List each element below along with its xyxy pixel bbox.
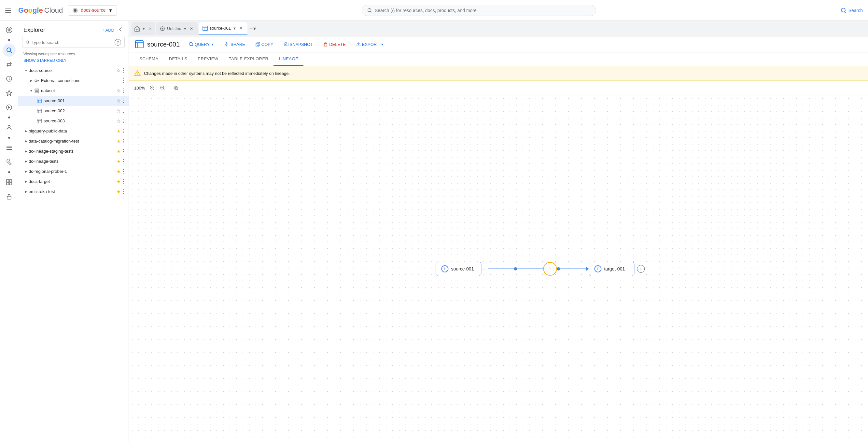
star-bq[interactable]: ★ (117, 129, 121, 134)
node-label-source-001: source-001 (451, 266, 474, 272)
query-button[interactable]: QUERY ▼ (185, 40, 218, 49)
tree-item-regional-prober[interactable]: ▶ dc-regional-prober-1 ★ ⋮ (18, 166, 129, 177)
more-dc[interactable]: ⋮ (121, 138, 126, 144)
more-source-001[interactable]: ⋮ (121, 98, 126, 104)
star-ls[interactable]: ★ (117, 149, 121, 154)
tree-label-docs-source: docs-source (29, 68, 117, 73)
tab-untitled[interactable]: Untitled ▼ ✕ (156, 22, 198, 35)
svg-line-10 (10, 52, 12, 53)
more-ext[interactable]: ⋮ (121, 77, 126, 84)
sidebar-history-icon[interactable] (3, 72, 16, 85)
star-rp[interactable]: ★ (117, 169, 121, 174)
copy-button[interactable]: COPY (252, 40, 277, 49)
more-et[interactable]: ⋮ (121, 188, 126, 195)
global-search-bar[interactable] (362, 5, 596, 16)
tree-item-lineage-staging[interactable]: ▶ dc-lineage-staging-tests ★ ⋮ (18, 146, 129, 156)
sidebar-scheduled-icon[interactable] (3, 101, 16, 114)
explorer-search-input[interactable] (32, 40, 113, 45)
export-button[interactable]: EXPORT ▼ (352, 40, 388, 49)
search-help-icon[interactable]: ? (115, 39, 121, 45)
tree-item-source-001[interactable]: source-001 ☆ ⋮ (18, 96, 129, 106)
more-rp[interactable]: ⋮ (121, 168, 126, 175)
project-selector[interactable]: docs-source ▼ (68, 5, 117, 15)
tree-label-dc: data-catalog-migration-test (29, 139, 117, 144)
lineage-expand-button[interactable]: + (637, 265, 645, 273)
sidebar-transfers-icon[interactable] (3, 58, 16, 71)
more-source-003[interactable]: ⋮ (121, 118, 126, 124)
search-button[interactable]: Search (841, 7, 863, 13)
sidebar-person-icon[interactable] (3, 121, 16, 134)
zoom-out-button[interactable] (158, 83, 167, 92)
snapshot-button[interactable]: SNAPSHOT (280, 40, 317, 49)
share-button[interactable]: SHARE (221, 40, 249, 49)
tree-item-bigquery-public-data[interactable]: ▶ bigquery-public-data ★ ⋮ (18, 126, 129, 136)
lineage-node-source-001[interactable]: i source-001 (436, 262, 481, 276)
google-cloud-logo[interactable]: Google Cloud (18, 6, 63, 14)
tree-item-source-003[interactable]: source-003 ☆ ⋮ (18, 116, 129, 126)
tab-source-001-close[interactable]: ✕ (238, 26, 244, 31)
star-docs-source[interactable]: ☆ (117, 68, 121, 73)
star-et[interactable]: ★ (117, 189, 121, 194)
explorer-search-box[interactable]: ? (22, 37, 125, 48)
delete-button[interactable]: DELETE (319, 40, 350, 49)
sidebar-lock-icon[interactable] (3, 190, 16, 203)
tab-add-button[interactable]: + (249, 25, 253, 32)
more-docs-source[interactable]: ⋮ (121, 67, 126, 73)
star-source-003[interactable]: ☆ (117, 119, 121, 124)
sidebar-list-icon[interactable] (3, 141, 16, 154)
sub-tab-details[interactable]: DETAILS (164, 53, 193, 66)
tab-source-001[interactable]: source-001 ▼ ✕ (198, 22, 247, 35)
tab-untitled-dropdown[interactable]: ▼ (183, 27, 187, 31)
zoom-reset-button[interactable] (171, 83, 180, 92)
tab-untitled-close[interactable]: ✕ (189, 26, 194, 31)
more-lt[interactable]: ⋮ (121, 158, 126, 164)
star-dt[interactable]: ★ (117, 179, 121, 184)
sidebar-starred-icon[interactable] (3, 87, 16, 100)
search-input[interactable] (375, 8, 591, 13)
more-dt[interactable]: ⋮ (121, 178, 126, 185)
more-source-002[interactable]: ⋮ (121, 108, 126, 114)
tree-item-source-002[interactable]: source-002 ☆ ⋮ (18, 106, 129, 116)
sidebar-tools-icon[interactable] (3, 156, 16, 168)
hamburger-menu[interactable] (5, 6, 13, 14)
tree-item-docs-target[interactable]: ▶ docs-target ★ ⋮ (18, 177, 129, 187)
sidebar-bigquery-icon[interactable] (3, 24, 16, 36)
sub-tab-table-explorer[interactable]: TABLE EXPLORER (224, 53, 274, 66)
tree-item-external-connections[interactable]: ▶ External connections ⋮ (18, 75, 129, 86)
svg-rect-34 (37, 119, 42, 123)
tree-item-emilsroka[interactable]: ▶ emilsroka-test ★ ⋮ (18, 187, 129, 197)
star-source-002[interactable]: ☆ (117, 108, 121, 114)
star-dataset[interactable]: ☆ (117, 88, 121, 93)
tab-home-close[interactable]: ✕ (148, 26, 153, 31)
tree-item-docs-source[interactable]: ▼ docs-source ☆ ⋮ (18, 65, 129, 75)
add-button[interactable]: + ADD (102, 28, 114, 33)
sub-tab-preview[interactable]: PREVIEW (192, 53, 223, 66)
tree-item-dataset[interactable]: ▼ dataset ☆ ⋮ (18, 86, 129, 96)
star-source-001[interactable]: ☆ (117, 98, 121, 103)
zoom-divider (169, 85, 169, 91)
more-ls[interactable]: ⋮ (121, 148, 126, 154)
tab-source-001-dropdown[interactable]: ▼ (233, 26, 236, 30)
star-dc[interactable]: ★ (117, 139, 121, 144)
sidebar-grid-icon[interactable] (3, 176, 16, 189)
star-lt[interactable]: ★ (117, 159, 121, 164)
tab-home[interactable]: ▼ ✕ (131, 22, 155, 35)
sub-tab-lineage[interactable]: LINEAGE (274, 53, 304, 66)
lineage-node-target-001[interactable]: i target-001 (589, 262, 634, 276)
tree-item-data-catalog[interactable]: ▶ data-catalog-migration-test ★ ⋮ (18, 136, 129, 146)
toolbar-table-name: source-001 (147, 41, 180, 48)
collapse-button[interactable] (117, 26, 123, 34)
svg-rect-31 (37, 109, 42, 113)
tree-item-lineage-tests[interactable]: ▶ dc-lineage-tests ★ ⋮ (18, 156, 129, 166)
tab-more-button[interactable]: ▾ (253, 25, 256, 32)
show-starred-button[interactable]: SHOW STARRED ONLY (18, 58, 129, 65)
lineage-canvas[interactable]: i source-001 — i (129, 95, 868, 442)
sidebar-search-icon[interactable] (3, 43, 16, 57)
more-dataset[interactable]: ⋮ (121, 88, 126, 94)
sub-tab-schema[interactable]: SCHEMA (134, 53, 164, 66)
home-tab-dropdown[interactable]: ▼ (142, 27, 146, 31)
zoom-in-button[interactable] (148, 83, 157, 92)
project-icon (72, 7, 78, 13)
lineage-node-transform[interactable]: i (543, 262, 557, 276)
more-bq[interactable]: ⋮ (121, 128, 126, 134)
